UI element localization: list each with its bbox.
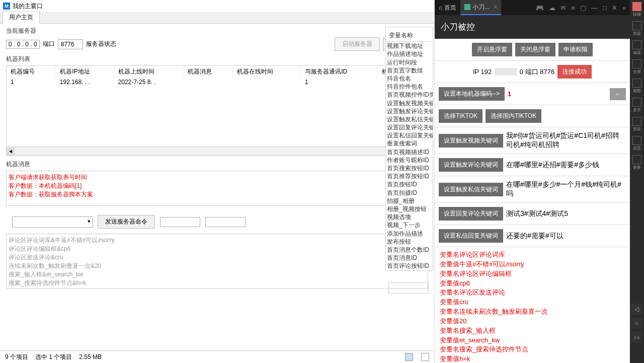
- side-tool-全屏[interactable]: 全屏: [632, 59, 641, 75]
- cloud-icon[interactable]: ☁: [549, 4, 555, 12]
- var-item[interactable]: 首页消息个数ID: [387, 246, 432, 254]
- var-item[interactable]: 首页视频描述ID: [387, 148, 432, 156]
- collapse-icon[interactable]: «: [622, 4, 626, 12]
- var-item[interactable]: 视频下载地址: [387, 42, 432, 50]
- var-item[interactable]: 抖音控件包名: [387, 83, 432, 91]
- command-combo[interactable]: [12, 216, 93, 228]
- float-buttons-row: 开启悬浮窗 关闭悬浮窗 申请权限: [435, 39, 630, 61]
- keyword-button[interactable]: 设置触发视频关键词: [439, 134, 503, 148]
- table-row[interactable]: 1192.168. . .2022-7-25 8. .1: [7, 78, 428, 87]
- arrow-back-button[interactable]: ←: [610, 88, 626, 100]
- var-item[interactable]: 设置触发私信关键: [387, 115, 432, 123]
- local-id-value: 1: [508, 90, 511, 98]
- side-tool-更多[interactable]: 更多: [632, 155, 641, 170]
- open-float-button[interactable]: 开启悬浮窗: [472, 43, 512, 56]
- mid-search-container: [387, 279, 430, 297]
- var-item[interactable]: 发布按钮: [387, 238, 432, 246]
- var-item[interactable]: 首页按钮ID: [387, 180, 432, 188]
- command-input-2[interactable]: [205, 217, 246, 227]
- mail-icon[interactable]: ✉: [560, 4, 566, 12]
- var-item[interactable]: 垂直搜索词: [387, 139, 432, 148]
- var-item[interactable]: 拍摄_相册: [387, 197, 432, 205]
- var-item[interactable]: 首页点赞按钮ID: [387, 270, 432, 271]
- table-header[interactable]: 机器IP地址: [56, 66, 114, 78]
- var-item[interactable]: 添加作品描述: [387, 230, 432, 238]
- view-details-icon[interactable]: [405, 353, 413, 361]
- select-cn-tiktok-button[interactable]: 选择国内TIKTOK: [486, 109, 541, 123]
- maximize-icon[interactable]: □: [603, 4, 607, 12]
- window-title: 我的主窗口: [13, 2, 43, 11]
- close-float-button[interactable]: 关闭悬浮窗: [515, 43, 555, 56]
- tiktok-row: 选择TIKTOK 选择国内TIKTOK: [435, 105, 630, 127]
- side-tool-安装[interactable]: 安装: [632, 117, 641, 132]
- home-nav-icon[interactable]: ○: [631, 318, 642, 329]
- keyword-button[interactable]: 设置私信回复关键词: [439, 229, 503, 243]
- keyword-text: 在哪#哪里#多少#一个月#钱#纯司机#吗: [506, 180, 626, 198]
- request-perm-button[interactable]: 申请权限: [558, 43, 593, 56]
- restore-icon[interactable]: ▢: [580, 4, 586, 12]
- server-row: 0 . 0 . 0 . 0 端口 服务器状态 启动服务器 停止服务器: [6, 37, 428, 51]
- keyword-button[interactable]: 设置触发私信关键词: [439, 183, 503, 196]
- right-var-line: 变量值et_search_kw: [440, 336, 625, 345]
- var-item[interactable]: 首页搜索按钮ID: [387, 164, 432, 172]
- close-tab-icon[interactable]: ×: [494, 4, 497, 11]
- side-tool-截图[interactable]: 截图: [632, 79, 641, 94]
- horizontal-scrollbar[interactable]: ◀ ▶: [7, 147, 428, 156]
- side-tool-多开[interactable]: 多开: [632, 98, 641, 113]
- connect-ok-button[interactable]: 连接成功: [557, 65, 592, 79]
- table-header[interactable]: 与服务器通讯ID: [301, 66, 378, 78]
- command-input-1[interactable]: [160, 217, 200, 227]
- titlebar-tab-home[interactable]: ⌂ 首页: [435, 0, 460, 15]
- select-tiktok-button[interactable]: 选择TIKTOK: [439, 109, 482, 123]
- port-input[interactable]: [58, 39, 83, 49]
- side-tool-减速[interactable]: 减速: [632, 40, 641, 55]
- right-var-line: 变量名连续未刷次数_触发刷垂直一次: [440, 307, 625, 317]
- scroll-left-icon[interactable]: ◀: [7, 148, 15, 156]
- var-item[interactable]: 首页推荐按钮ID: [387, 172, 432, 180]
- gamepad-icon[interactable]: 🎮: [536, 4, 544, 12]
- var-item[interactable]: 相册_视频按钮: [387, 205, 432, 213]
- keyword-row: 设置触发视频关键词我#你#货运司机#货运#C1司机#招聘司机#纯司机招聘: [435, 127, 630, 154]
- send-command-button[interactable]: 发送服务器命令: [98, 215, 155, 229]
- side-tool-按键[interactable]: 按键: [632, 2, 641, 17]
- start-server-button[interactable]: 启动服务器: [335, 37, 380, 51]
- var-item[interactable]: 首页置字数组: [387, 66, 432, 75]
- recent-nav-icon[interactable]: ▭: [631, 332, 642, 343]
- menu-icon[interactable]: ≡: [571, 4, 575, 12]
- tab-user-home[interactable]: 用户主页: [3, 11, 40, 24]
- var-item[interactable]: 作者账号昵称ID: [387, 156, 432, 164]
- var-item[interactable]: 设置触发评论关键: [387, 107, 432, 115]
- side-tool-加速[interactable]: 加速: [632, 21, 641, 36]
- keyword-button[interactable]: 设置触发评论关键词: [439, 158, 503, 172]
- table-header[interactable]: 机器在线时间: [233, 66, 301, 78]
- var-item[interactable]: 设置回复评论关键: [387, 123, 432, 131]
- var-item[interactable]: 首页拍摄ID: [387, 189, 432, 197]
- local-id-row: 设置本地机器编码--> 1 ←: [435, 83, 630, 105]
- var-item[interactable]: 抖音包名: [387, 75, 432, 83]
- mid-search-input[interactable]: [388, 282, 429, 294]
- var-item[interactable]: 视频_下一步: [387, 221, 432, 229]
- var-item[interactable]: 首页视频控件ID类: [387, 91, 432, 99]
- keyword-button[interactable]: 设置回复评论关键词: [439, 207, 503, 221]
- ip-input[interactable]: 0 . 0 . 0 . 0: [6, 40, 40, 49]
- titlebar-tab-active[interactable]: 小刀... ×: [460, 0, 501, 15]
- var-item[interactable]: 设置私信回复关键: [387, 131, 432, 139]
- keyword-text: 我#你#货运司机#货运#C1司机#招聘司机#纯司机招聘: [506, 131, 626, 150]
- log-line: 连续未刷次数_触发刷垂直一次&20: [9, 262, 426, 270]
- side-tool-设置[interactable]: 设置: [632, 136, 641, 151]
- minimize-icon[interactable]: —: [591, 4, 598, 12]
- table-header[interactable]: 机器消息: [183, 66, 233, 78]
- table-header[interactable]: 机器上线时间: [114, 66, 184, 78]
- var-item[interactable]: 首页评论按钮ID: [387, 262, 432, 270]
- set-local-id-button[interactable]: 设置本地机器编码-->: [439, 87, 505, 101]
- table-header[interactable]: 机器编号: [7, 66, 56, 78]
- var-item[interactable]: 首页消息ID: [387, 254, 432, 262]
- close-icon[interactable]: ✕: [612, 4, 617, 12]
- var-item[interactable]: 视频选项: [387, 213, 432, 221]
- status-bar: 9 个项目 选中 1 个项目 2.55 MB: [0, 350, 434, 363]
- var-item[interactable]: 作品描述地址: [387, 50, 432, 58]
- var-item[interactable]: 设置触发视频关键: [387, 99, 432, 107]
- view-large-icon[interactable]: [421, 353, 429, 361]
- var-item[interactable]: 运行时间段: [387, 58, 432, 66]
- back-nav-icon[interactable]: ◁: [631, 304, 642, 315]
